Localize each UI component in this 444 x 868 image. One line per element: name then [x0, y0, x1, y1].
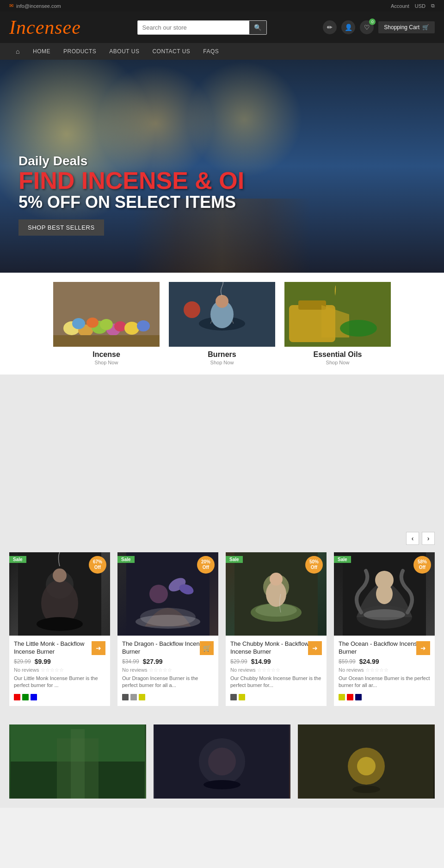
product-3-price-old: $29.99 [230, 658, 247, 665]
svg-point-8 [114, 321, 126, 331]
products-grid: Sale 67% Off ➜ The Little Monk - Backflo… [9, 552, 435, 706]
nav-item-products[interactable]: PRODUCTS [57, 44, 103, 59]
product-2-sale-badge: Sale [117, 556, 135, 563]
product-image-2: Sale 20% Off [117, 552, 218, 636]
hero-find-text: FIND INCENSE & OI [18, 169, 244, 193]
teaser-card-1[interactable] [9, 724, 146, 799]
nav-home-icon[interactable]: ⌂ [9, 43, 26, 60]
svg-point-24 [53, 568, 67, 582]
category-burners-subtitle: Shop Now [169, 360, 275, 365]
svg-point-5 [72, 318, 85, 329]
search-button[interactable]: 🔍 [249, 21, 266, 34]
hero-content: Daily Deals FIND INCENSE & OI 5% OFF ON … [18, 154, 244, 236]
hero-cta-button[interactable]: SHOP BEST SELLERS [18, 219, 104, 236]
svg-point-15 [216, 295, 228, 308]
products-navigation: ‹ › [9, 532, 435, 545]
products-prev-btn[interactable]: ‹ [406, 532, 419, 545]
color-dot-silver[interactable] [130, 694, 137, 700]
category-burners[interactable]: Burners Shop Now [169, 282, 275, 365]
color-dot-yellow[interactable] [139, 694, 145, 700]
product-3-reviews: No reviews [230, 667, 255, 673]
wishlist-icon-btn[interactable]: ♡ 0 [360, 20, 374, 34]
color-dot-red[interactable] [14, 694, 20, 700]
product-4-reviews: No reviews [339, 667, 364, 673]
color-dot-dark[interactable] [230, 694, 237, 700]
search-bar: 🔍 [137, 20, 267, 35]
nav-item-contact[interactable]: CONTACT US [146, 44, 197, 59]
top-bar-email: info@incensee.com [16, 3, 61, 9]
svg-point-9 [124, 322, 139, 335]
product-1-reviews: No reviews [14, 667, 39, 673]
product-4-stars: No reviews☆☆☆☆☆ [339, 667, 430, 673]
products-next-btn[interactable]: › [422, 532, 435, 545]
hero-percent: 5 [18, 193, 28, 212]
teaser-image-3 [298, 724, 435, 799]
product-1-cart-btn[interactable]: ➜ [92, 641, 105, 655]
nav-item-home[interactable]: HOME [26, 44, 57, 59]
product-1-sale-badge: Sale [9, 556, 26, 563]
product-2-cart-btn[interactable]: 🛒 [200, 641, 214, 655]
top-bar-left: ✉ info@incensee.com [9, 3, 61, 9]
color-dot-navy[interactable] [355, 694, 362, 700]
color-dot-gray[interactable] [122, 694, 129, 700]
category-incense[interactable]: Incense Shop Now [53, 282, 160, 365]
product-1-price-old: $29.99 [14, 658, 31, 665]
svg-point-42 [364, 609, 405, 620]
product-card-3: Sale 50% Off ➜ The Chubby Monk - Backflo… [226, 552, 327, 706]
header-icons: ✏ 👤 ♡ 0 Shopping Cart 🛒 [323, 20, 435, 34]
teaser-image-2 [154, 724, 290, 799]
product-4-price-old: $59.99 [339, 658, 356, 665]
svg-point-7 [100, 319, 113, 330]
color-dot-blue[interactable] [31, 694, 37, 700]
product-1-desc: Our Little Monk Incense Burner is the pe… [14, 675, 105, 689]
nav-item-faqs[interactable]: FAQS [197, 44, 225, 59]
category-incense-subtitle: Shop Now [53, 360, 160, 365]
cart-label: Shopping Cart [384, 24, 419, 31]
product-3-cart-btn[interactable]: ➜ [308, 641, 322, 655]
category-incense-title: Incense [53, 350, 160, 359]
svg-point-10 [137, 320, 150, 331]
svg-point-37 [270, 573, 283, 586]
product-3-stars: No reviews☆☆☆☆☆ [230, 667, 322, 673]
hero-daily-deals: Daily Deals [18, 154, 244, 169]
category-oils-image [284, 282, 391, 347]
wishlist-badge: 0 [369, 19, 376, 25]
categories-section: Incense Shop Now Burners Shop Now [0, 273, 444, 375]
main-nav: ⌂ HOME PRODUCTS ABOUT US CONTACT US FAQS [0, 43, 444, 60]
color-dot-yellow2[interactable] [339, 694, 345, 700]
product-2-discount-badge: 20% Off [197, 556, 215, 574]
search-input[interactable] [138, 21, 249, 34]
nav-item-about[interactable]: ABOUT US [103, 44, 146, 59]
teaser-card-3[interactable] [298, 724, 435, 799]
category-incense-image [53, 282, 160, 347]
product-card-1: Sale 67% Off ➜ The Little Monk - Backflo… [9, 552, 110, 706]
product-4-cart-btn[interactable]: ➜ [416, 641, 430, 655]
svg-rect-11 [53, 335, 160, 347]
products-section: ‹ › Sale 67% Off [0, 523, 444, 715]
edit-icon-btn[interactable]: ✏ [323, 20, 337, 34]
product-3-price-new: $14.99 [251, 658, 271, 665]
product-2-price-new: $27.99 [143, 658, 163, 665]
svg-point-31 [136, 615, 200, 629]
user-icon-btn[interactable]: 👤 [341, 20, 355, 34]
svg-point-6 [86, 318, 99, 328]
teaser-card-2[interactable] [154, 724, 290, 799]
currency-toggle-icon[interactable]: ⧉ [431, 3, 435, 9]
svg-point-25 [37, 617, 83, 631]
product-4-sale-badge: Sale [334, 556, 351, 563]
bottom-teaser-section [0, 715, 444, 808]
account-link[interactable]: Account [391, 3, 409, 9]
cart-button[interactable]: Shopping Cart 🛒 [378, 21, 435, 33]
logo[interactable]: Incensee [9, 16, 81, 38]
color-dot-gold[interactable] [239, 694, 245, 700]
product-3-prices: $29.99 $14.99 [230, 658, 322, 665]
category-oils[interactable]: Essential Oils Shop Now [284, 282, 391, 365]
product-image-3: Sale 50% Off [226, 552, 327, 636]
svg-point-20 [340, 320, 377, 337]
product-4-colors [334, 691, 435, 700]
color-dot-green[interactable] [22, 694, 29, 700]
top-bar-right: Account USD ⧉ [391, 3, 435, 9]
color-dot-red2[interactable] [347, 694, 353, 700]
product-image-4: Sale 58% Off [334, 552, 435, 636]
product-4-discount-badge: 58% Off [413, 556, 431, 574]
